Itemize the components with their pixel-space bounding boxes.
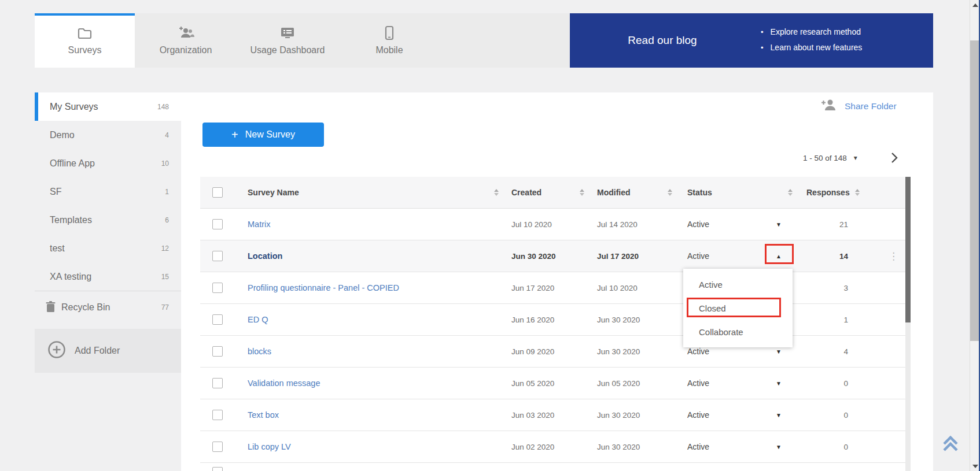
table-scrollbar[interactable] — [905, 177, 911, 471]
survey-name-link[interactable]: Validation message — [248, 379, 511, 388]
page-scrollbar[interactable] — [970, 0, 979, 471]
surveys-table: Survey Name Created Modified Status Resp… — [200, 177, 909, 471]
folder-count: 6 — [165, 216, 169, 224]
status-value: Active — [687, 347, 756, 356]
responses-count: 0 — [802, 443, 854, 451]
sort-icon[interactable] — [494, 189, 499, 196]
column-header-survey-name[interactable]: Survey Name — [248, 188, 299, 197]
kebab-menu-icon[interactable]: ⋮ — [854, 250, 909, 262]
status-caret-icon[interactable]: ▼ — [756, 412, 802, 418]
survey-name-link[interactable]: Text box — [248, 410, 511, 420]
status-caret-icon[interactable]: ▼ — [756, 221, 802, 228]
sort-icon[interactable] — [788, 189, 793, 196]
row-checkbox[interactable] — [212, 442, 223, 452]
dashboard-screen-icon — [279, 24, 296, 42]
table-row: ED Q Jun 16 2020 Jun 30 2020 1 — [200, 304, 909, 336]
sidebar-item-demo[interactable]: Demo 4 — [35, 121, 181, 149]
column-header-responses[interactable]: Responses — [806, 188, 850, 197]
table-row: blocks Jun 09 2020 Jun 30 2020 Active ▼ … — [200, 336, 909, 368]
created-date: Jun 30 2020 — [511, 252, 597, 261]
survey-name-link[interactable]: Location — [248, 251, 511, 261]
sidebar-item-test[interactable]: test 12 — [35, 234, 181, 262]
survey-name-link[interactable]: blocks — [248, 347, 511, 356]
status-caret-icon[interactable]: ▼ — [756, 348, 802, 355]
sort-icon[interactable] — [580, 189, 584, 196]
row-checkbox[interactable] — [212, 346, 223, 357]
status-caret-icon[interactable]: ▼ — [756, 380, 802, 387]
folder-label: Templates — [50, 215, 92, 225]
double-chevron-up-icon — [940, 432, 961, 454]
sort-icon[interactable] — [668, 189, 672, 196]
row-checkbox[interactable] — [212, 314, 223, 325]
sidebar-item-sf[interactable]: SF 1 — [35, 177, 181, 206]
created-date: Jun 16 2020 — [511, 316, 597, 324]
created-date: Jun 05 2020 — [511, 379, 597, 388]
table-row: Validation message Jun 05 2020 Jun 05 20… — [200, 368, 909, 399]
sidebar-item-templates[interactable]: Templates 6 — [35, 206, 181, 234]
status-caret-icon[interactable]: ▲ — [756, 253, 802, 259]
sidebar-item-offline-app[interactable]: Offline App 10 — [35, 149, 181, 177]
folder-label: Offline App — [50, 158, 95, 169]
banner-title[interactable]: Read our blog — [602, 13, 723, 68]
tab-organization[interactable]: Organization — [135, 13, 237, 68]
tab-surveys[interactable]: Surveys — [35, 13, 135, 68]
survey-name-link[interactable]: ED Q — [248, 315, 511, 324]
sidebar-item-xa-testing[interactable]: XA testing 15 — [35, 262, 181, 291]
survey-name-link[interactable]: Lib copy LV — [248, 442, 511, 451]
sort-icon[interactable] — [855, 189, 860, 196]
column-header-created[interactable]: Created — [511, 188, 541, 197]
folder-label: SF — [50, 187, 61, 197]
row-checkbox[interactable] — [212, 410, 223, 420]
folder-count: 12 — [161, 244, 169, 253]
next-page-button[interactable] — [887, 151, 901, 165]
folder-label: My Surveys — [50, 102, 98, 112]
tab-usage-dashboard[interactable]: Usage Dashboard — [237, 13, 338, 68]
sidebar-item-recycle-bin[interactable]: Recycle Bin 77 — [35, 291, 181, 324]
row-checkbox[interactable] — [212, 283, 223, 293]
survey-name-link[interactable]: Profiling questionnaire - Panel - COPIED — [248, 283, 511, 292]
row-checkbox[interactable] — [212, 219, 223, 229]
responses-count: 0 — [802, 379, 854, 388]
banner-bullet: Learn about new features — [761, 40, 862, 55]
survey-name-link[interactable]: Matrix — [248, 220, 511, 229]
scroll-to-top-button[interactable] — [940, 432, 963, 455]
smartphone-icon — [384, 24, 395, 42]
folder-label: test — [50, 243, 65, 254]
row-checkbox[interactable] — [212, 378, 223, 388]
sidebar-item-my-surveys[interactable]: My Surveys 148 — [35, 92, 181, 121]
new-survey-button[interactable]: + New Survey — [202, 123, 324, 147]
status-caret-icon[interactable]: ▼ — [756, 444, 802, 450]
select-all-checkbox[interactable] — [212, 187, 223, 198]
folder-icon — [77, 24, 93, 42]
dropdown-item-collaborate[interactable]: Collaborate — [683, 320, 793, 344]
pagination-selector[interactable]: 1 - 50 of 148 ▾ — [803, 149, 857, 166]
add-person-icon — [820, 98, 838, 114]
responses-count: 4 — [802, 347, 854, 356]
row-checkbox[interactable] — [212, 251, 223, 261]
tab-mobile[interactable]: Mobile — [338, 13, 440, 68]
page-scrollbar-thumb[interactable] — [970, 40, 979, 341]
dropdown-item-active[interactable]: Active — [683, 273, 793, 296]
scrollbar-down-arrow-icon[interactable] — [972, 465, 978, 468]
modified-date: Jun 30 2020 — [597, 411, 687, 420]
recycle-bin-label: Recycle Bin — [61, 302, 110, 313]
table-row: Lib copy LV Jun 02 2020 Jun 30 2020 Acti… — [200, 431, 909, 463]
folder-count: 15 — [161, 273, 169, 281]
modified-date: Jun 30 2020 — [597, 316, 687, 324]
responses-count: 14 — [802, 252, 854, 261]
plus-icon: + — [231, 128, 238, 142]
scrollbar-up-arrow-icon[interactable] — [972, 3, 978, 7]
tab-label: Mobile — [375, 45, 403, 55]
column-header-modified[interactable]: Modified — [597, 188, 631, 197]
add-folder-button[interactable]: Add Folder — [35, 329, 181, 373]
row-checkbox[interactable] — [212, 467, 223, 471]
dropdown-item-closed[interactable]: Closed — [683, 296, 793, 320]
column-header-status[interactable]: Status — [687, 188, 712, 197]
tab-label: Organization — [160, 45, 212, 55]
share-folder-button[interactable]: Share Folder — [820, 97, 897, 116]
table-scrollbar-thumb[interactable] — [905, 177, 911, 322]
promo-banner[interactable]: Read our blog Explore research method Le… — [570, 13, 933, 68]
top-tab-bar: Surveys Organization Usage Dashboard Mob… — [35, 13, 570, 68]
status-value: Active — [687, 410, 756, 420]
created-date: Jun 02 2020 — [511, 443, 597, 451]
